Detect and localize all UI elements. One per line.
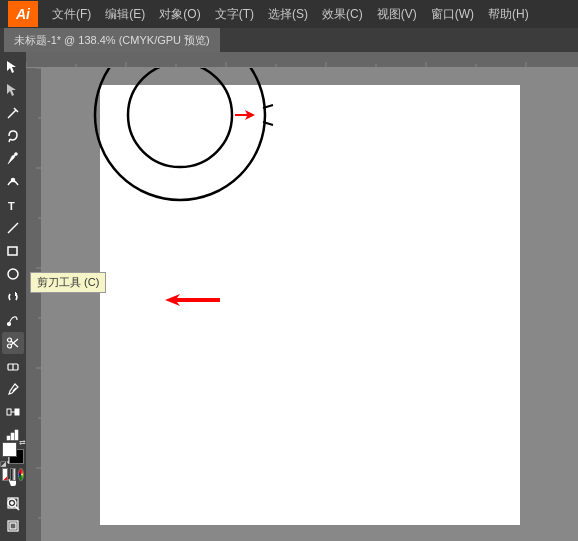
tool-eyedropper[interactable] xyxy=(2,378,24,400)
swap-colors-icon[interactable]: ⇄ xyxy=(19,438,26,447)
menu-effect[interactable]: 效果(C) xyxy=(316,4,369,25)
tool-rectangle[interactable] xyxy=(2,240,24,262)
tool-scissors[interactable] xyxy=(2,332,24,354)
svg-point-5 xyxy=(15,153,18,156)
svg-point-10 xyxy=(8,269,18,279)
svg-line-8 xyxy=(8,223,18,233)
gradient-icon[interactable] xyxy=(10,468,16,481)
fill-color[interactable] xyxy=(2,442,17,457)
tool-selection[interactable] xyxy=(2,56,24,78)
svg-rect-9 xyxy=(8,247,17,255)
tool-ellipse[interactable] xyxy=(2,263,24,285)
menu-window[interactable]: 窗口(W) xyxy=(425,4,480,25)
tool-draw-behind[interactable] xyxy=(2,515,24,537)
svg-marker-71 xyxy=(165,294,220,306)
svg-rect-22 xyxy=(7,436,10,440)
svg-line-4 xyxy=(9,139,10,142)
svg-line-38 xyxy=(3,469,8,481)
svg-point-66 xyxy=(128,68,232,167)
svg-rect-54 xyxy=(26,68,42,541)
menu-file[interactable]: 文件(F) xyxy=(46,4,97,25)
main-area: T xyxy=(0,52,578,541)
tool-lasso[interactable] xyxy=(2,125,24,147)
title-bar: Ai 文件(F) 编辑(E) 对象(O) 文字(T) 选择(S) 效果(C) 视… xyxy=(0,0,578,28)
svg-point-6 xyxy=(12,179,15,182)
app-logo: Ai xyxy=(8,1,38,27)
ruler-horizontal xyxy=(26,52,578,68)
svg-rect-42 xyxy=(26,52,578,68)
svg-rect-20 xyxy=(15,409,19,415)
tool-type[interactable]: T xyxy=(2,194,24,216)
tool-eraser[interactable] xyxy=(2,355,24,377)
canvas-area[interactable] xyxy=(42,68,578,541)
menu-edit[interactable]: 编辑(E) xyxy=(99,4,151,25)
tool-rotate[interactable] xyxy=(2,286,24,308)
svg-point-65 xyxy=(95,68,265,200)
menu-view[interactable]: 视图(V) xyxy=(371,4,423,25)
tool-direct-selection[interactable] xyxy=(2,79,24,101)
svg-rect-24 xyxy=(15,430,18,440)
svg-marker-70 xyxy=(235,110,255,120)
tab-bar: 未标题-1* @ 138.4% (CMYK/GPU 预览) xyxy=(0,28,578,52)
tool-line[interactable] xyxy=(2,217,24,239)
svg-text:T: T xyxy=(8,200,15,212)
svg-point-11 xyxy=(8,323,11,326)
tool-magic-wand[interactable] xyxy=(2,102,24,124)
color-section: ⇄ ◪ xyxy=(2,442,24,481)
menu-text[interactable]: 文字(T) xyxy=(209,4,260,25)
tool-blend[interactable] xyxy=(2,401,24,423)
svg-marker-1 xyxy=(7,84,16,96)
default-colors-icon[interactable]: ◪ xyxy=(0,460,7,468)
svg-rect-39 xyxy=(8,498,18,508)
svg-marker-0 xyxy=(7,61,16,73)
tool-pen[interactable] xyxy=(2,148,24,170)
toolbar: T xyxy=(0,52,26,541)
menu-help[interactable]: 帮助(H) xyxy=(482,4,535,25)
ruler-vertical xyxy=(26,68,42,541)
bottom-tools xyxy=(2,492,24,537)
content-area xyxy=(26,52,578,541)
document-tab[interactable]: 未标题-1* @ 138.4% (CMYK/GPU 预览) xyxy=(4,28,220,52)
tool-curvature[interactable] xyxy=(2,171,24,193)
svg-line-2 xyxy=(8,110,16,118)
canvas-with-ruler xyxy=(26,68,578,541)
svg-rect-41 xyxy=(10,523,16,529)
menu-bar: 文件(F) 编辑(E) 对象(O) 文字(T) 选择(S) 效果(C) 视图(V… xyxy=(46,4,535,25)
svg-rect-23 xyxy=(11,433,14,440)
tool-draw-normal[interactable] xyxy=(2,492,24,514)
canvas-document xyxy=(100,85,520,525)
tool-warp[interactable] xyxy=(2,309,24,331)
color-mode-icon[interactable] xyxy=(18,468,24,481)
none-color-icon[interactable] xyxy=(2,468,8,481)
svg-rect-19 xyxy=(7,409,11,415)
menu-select[interactable]: 选择(S) xyxy=(262,4,314,25)
menu-object[interactable]: 对象(O) xyxy=(153,4,206,25)
